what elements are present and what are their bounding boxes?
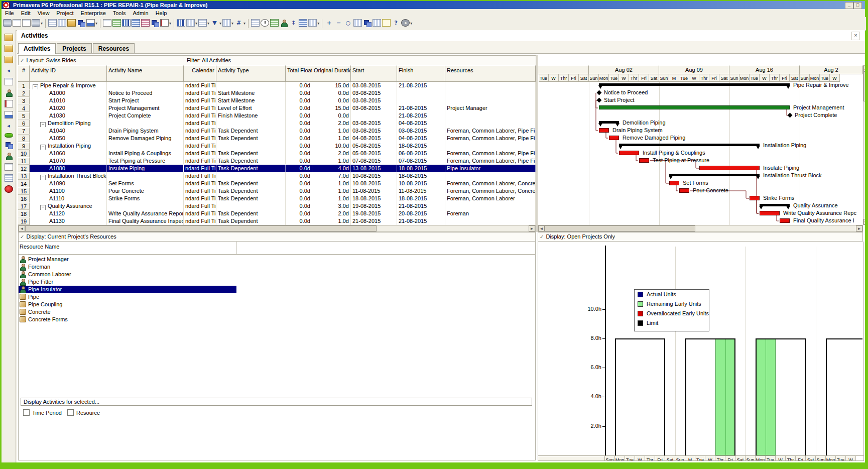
- cell-activity-name[interactable]: Remove Damaged Piping: [107, 135, 184, 142]
- team-icon[interactable]: [5, 152, 13, 160]
- column-header-resources[interactable]: Resources: [445, 65, 536, 82]
- spreadsheet-icon[interactable]: [251, 19, 260, 27]
- cell-calendar[interactable]: ndard Full Time: [184, 180, 216, 187]
- timescale-day[interactable]: Tue: [820, 74, 830, 82]
- timescale-day[interactable]: W: [760, 74, 770, 82]
- open-project-icon[interactable]: [5, 45, 13, 52]
- capacity-pill-icon[interactable]: [5, 133, 13, 138]
- timescale-day[interactable]: Sun: [605, 456, 615, 461]
- cell-calendar[interactable]: ndard Full Time: [184, 217, 216, 225]
- filter-bar[interactable]: Filter: All Activities: [184, 55, 537, 66]
- cell-activity-name[interactable]: Insulate Piping: [107, 165, 184, 172]
- cell-finish[interactable]: 21-08-2015: [397, 104, 445, 112]
- cell-resources[interactable]: [445, 97, 536, 104]
- timescale-day[interactable]: Thr: [786, 456, 796, 461]
- tracking-view-icon[interactable]: [5, 111, 13, 119]
- tools-dropdown-icon[interactable]: ▾: [317, 21, 319, 26]
- cell-resources[interactable]: Project Manager: [445, 104, 536, 112]
- table-row[interactable]: A1010Start Projectndard Full TimeStart M…: [30, 97, 536, 104]
- cell-original-duration[interactable]: 1.0d: [312, 127, 351, 135]
- cell-original-duration[interactable]: 0.0d: [312, 97, 351, 104]
- cell-activity-type[interactable]: Start Milestone: [216, 89, 286, 97]
- gantt-bar-red[interactable]: [619, 151, 639, 155]
- roles-squares-icon[interactable]: [5, 141, 13, 149]
- resources-display-bar[interactable]: ✓Display: Current Project's Resources: [18, 232, 536, 242]
- tab-projects[interactable]: Projects: [57, 43, 91, 53]
- group-sort-icon[interactable]: [222, 19, 231, 27]
- timescale-day[interactable]: Fri: [780, 74, 790, 82]
- resource-name-column-header[interactable]: Resource Name: [18, 242, 236, 255]
- tab-resources[interactable]: Resources: [93, 43, 135, 53]
- cell-total-float[interactable]: 0.0d: [286, 120, 312, 127]
- cell-total-float[interactable]: 0.0d: [286, 217, 312, 225]
- cell-original-duration[interactable]: 1.0d: [312, 180, 351, 187]
- cell-activity-name[interactable]: Install Piping & Couplings: [107, 150, 184, 157]
- cell-activity-name[interactable]: Start Project: [107, 97, 184, 104]
- scroll-right-icon[interactable]: ►: [529, 225, 535, 231]
- timescale-day[interactable]: W: [705, 456, 715, 461]
- cell-activity-type[interactable]: Task Dependent: [216, 217, 286, 225]
- timescale-day[interactable]: Thr: [645, 456, 655, 461]
- cell-total-float[interactable]: 0.0d: [286, 165, 312, 172]
- table-row[interactable]: A1060Install Piping & Couplingsndard Ful…: [30, 150, 536, 157]
- cell-activity-id[interactable]: A1010: [30, 97, 107, 104]
- cell-original-duration[interactable]: 1.0d: [312, 187, 351, 195]
- cell-total-float[interactable]: 0.0d: [286, 202, 312, 210]
- resource-row[interactable]: Foreman: [18, 263, 236, 271]
- cell-finish[interactable]: 10-08-2015: [397, 180, 445, 187]
- gantt-bar-green[interactable]: [599, 105, 790, 109]
- cell-original-duration[interactable]: 0.0d: [312, 112, 351, 120]
- spreadsheet-small-icon[interactable]: [5, 174, 13, 182]
- cell-activity-type[interactable]: Task Dependent: [216, 210, 286, 217]
- cell-finish[interactable]: 18-08-2015: [397, 195, 445, 202]
- column-header-original-duration[interactable]: Original Duration: [312, 65, 351, 82]
- timescale-day[interactable]: Mon: [599, 74, 609, 82]
- gantt-bar-summary[interactable]: [599, 83, 790, 86]
- table-font-icon[interactable]: [198, 19, 207, 27]
- column-header-num[interactable]: #: [18, 65, 30, 82]
- timescale-day[interactable]: Sat: [806, 456, 816, 461]
- gantt-bar-summary[interactable]: [760, 204, 790, 206]
- cell-original-duration[interactable]: 10.0d: [312, 142, 351, 150]
- gantt-bar-red[interactable]: [780, 218, 790, 223]
- cell-finish[interactable]: 06-08-2015: [397, 150, 445, 157]
- timescale-day[interactable]: Fri: [655, 456, 665, 461]
- row-number[interactable]: 12: [18, 165, 30, 172]
- cell-original-duration[interactable]: 1.0d: [312, 217, 351, 225]
- columns-dropdown-icon[interactable]: ▾: [195, 21, 197, 26]
- cell-total-float[interactable]: 0.0d: [286, 142, 312, 150]
- resources-icon[interactable]: [280, 19, 288, 27]
- menu-enterprise[interactable]: Enterprise: [77, 9, 109, 17]
- assignments-doc-icon[interactable]: [5, 163, 13, 171]
- timescale-week[interactable]: Aug 2: [800, 65, 863, 74]
- timescale-day[interactable]: Thr: [715, 456, 725, 461]
- cell-finish[interactable]: 03-08-2015: [397, 127, 445, 135]
- row-number[interactable]: 7: [18, 127, 30, 135]
- cell-resources[interactable]: Foreman: [445, 210, 536, 217]
- trace-logic-icon[interactable]: [86, 19, 95, 27]
- cell-calendar[interactable]: ndard Full Time: [184, 135, 216, 142]
- timescale-day[interactable]: W: [830, 74, 840, 82]
- cell-resources[interactable]: Pipe Insulator: [445, 165, 536, 172]
- timescale-day[interactable]: Sat: [790, 74, 800, 82]
- cell-resources[interactable]: [445, 82, 536, 89]
- table-row[interactable]: A1050Remove Damaged Pipingndard Full Tim…: [30, 135, 536, 142]
- cell-activity-name[interactable]: Notice to Proceed: [107, 89, 184, 97]
- cell-start[interactable]: 03-08-2015: [351, 104, 397, 112]
- split-view-icon[interactable]: [373, 19, 381, 27]
- scroll-right-icon[interactable]: ►: [856, 225, 862, 231]
- cell-calendar[interactable]: ndard Full Time: [184, 187, 216, 195]
- menu-project[interactable]: Project: [53, 9, 77, 17]
- gantt-vscrollbar[interactable]: ▲▼: [863, 65, 865, 225]
- checkbox-time-period[interactable]: [23, 409, 30, 416]
- risks-icon[interactable]: [5, 185, 13, 193]
- timescale-day[interactable]: W: [776, 456, 786, 461]
- cell-start[interactable]: 04-08-2015: [351, 135, 397, 142]
- cell-activity-id[interactable]: −Pipe Repair & Improve: [30, 82, 107, 89]
- cell-start[interactable]: 10-08-2015: [351, 172, 397, 180]
- print-preview-icon[interactable]: [13, 19, 21, 27]
- cell-activity-type[interactable]: Task Dependent: [216, 187, 286, 195]
- cell-calendar[interactable]: ndard Full Time: [184, 165, 216, 172]
- cell-resources[interactable]: [445, 202, 536, 210]
- table-row[interactable]: A1100Pour Concretendard Full TimeTask De…: [30, 187, 536, 195]
